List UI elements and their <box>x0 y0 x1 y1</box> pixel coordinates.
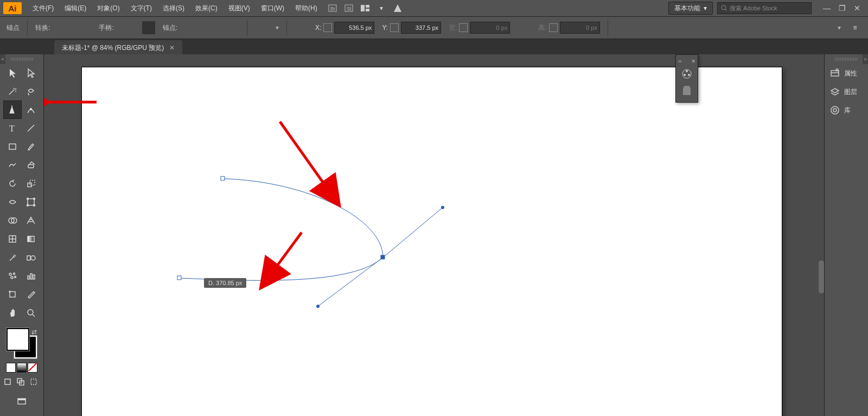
lasso-tool[interactable] <box>22 83 40 100</box>
convert-corner-icon[interactable] <box>58 21 71 34</box>
annotation-arrow-icon <box>277 119 353 218</box>
drawing-mode-inside-icon[interactable] <box>29 377 41 389</box>
fill-stroke-swatches[interactable]: ⇄ <box>7 328 37 358</box>
svg-point-55 <box>28 310 33 315</box>
svg-text:St: St <box>347 6 352 11</box>
slice-tool[interactable] <box>22 286 40 303</box>
gradient-tool[interactable] <box>22 230 40 248</box>
magic-wand-tool[interactable] <box>4 83 21 100</box>
eraser-tool[interactable] <box>22 156 40 174</box>
artboard[interactable]: D. 370.85 px <box>82 67 782 416</box>
right-panel-collapse-icon[interactable]: « <box>0 54 5 64</box>
menu-file[interactable]: 文件(F) <box>27 0 59 16</box>
zoom-tool[interactable] <box>22 304 40 322</box>
direct-selection-tool[interactable] <box>22 64 40 81</box>
drawing-mode-behind-icon[interactable] <box>16 377 28 389</box>
perspective-grid-tool[interactable] <box>22 212 40 229</box>
properties-panel-button[interactable]: 属性 <box>825 64 868 83</box>
link-wh-icon2[interactable] <box>549 23 558 32</box>
close-tab-icon[interactable]: ✕ <box>169 44 175 52</box>
annotation-arrow-icon <box>256 230 310 297</box>
menu-object[interactable]: 对象(O) <box>92 0 125 16</box>
x-coord: X: <box>315 22 374 34</box>
svg-point-76 <box>684 74 686 76</box>
layers-icon <box>830 87 840 97</box>
canvas-area[interactable]: D. 370.85 px ›› ✕ <box>44 54 824 416</box>
column-graph-tool[interactable] <box>22 267 40 285</box>
workspace-switcher[interactable]: 基本功能 ▾ <box>668 2 713 15</box>
artboard-tool[interactable] <box>4 286 21 303</box>
convert-smooth-icon[interactable] <box>78 21 91 34</box>
transform-ref-icon[interactable] <box>323 23 332 32</box>
arrange-dropdown-icon[interactable]: ▾ <box>375 2 388 15</box>
swap-fill-stroke-icon[interactable]: ⇄ <box>31 328 37 336</box>
remove-anchor-icon[interactable] <box>185 21 198 34</box>
line-tool[interactable] <box>22 119 40 137</box>
w-label: 宽: <box>449 23 457 33</box>
width-tool[interactable] <box>4 193 21 211</box>
toolbar-grip[interactable] <box>11 58 33 61</box>
panel-collapse-icon[interactable]: ›› <box>678 58 682 64</box>
color-panel-icon[interactable] <box>676 65 698 83</box>
rotate-tool[interactable] <box>4 175 21 192</box>
control-bar: 锚点 转换: 手柄: 锚点: ▾ X: Y: 宽: 高: ▾ ≡ <box>0 17 868 39</box>
close-button[interactable]: ✕ <box>850 2 865 14</box>
vertical-scrollbar[interactable] <box>819 261 824 293</box>
svg-rect-6 <box>366 9 369 11</box>
stock-icon[interactable]: St <box>342 2 355 15</box>
rectangle-tool[interactable] <box>4 138 21 155</box>
cut-path-icon[interactable] <box>226 21 239 34</box>
type-tool[interactable]: T <box>4 119 21 137</box>
properties-label: 属性 <box>844 69 857 78</box>
swatches-panel-icon[interactable] <box>676 83 698 100</box>
y-input[interactable] <box>401 22 441 34</box>
paintbrush-tool[interactable] <box>22 138 40 155</box>
x-input[interactable] <box>334 22 374 34</box>
isolate-icon[interactable] <box>255 21 268 34</box>
preferences-icon[interactable] <box>817 21 830 34</box>
connect-anchor-icon[interactable] <box>206 21 219 34</box>
fill-swatch[interactable] <box>7 328 29 351</box>
right-panel-grip[interactable] <box>835 58 857 61</box>
drawing-mode-normal-icon[interactable] <box>3 377 15 389</box>
svg-rect-62 <box>18 399 25 400</box>
svg-rect-29 <box>28 165 34 168</box>
symbol-sprayer-tool[interactable] <box>4 267 21 285</box>
document-tabbar: 未标题-1* @ 84% (RGB/GPU 预览) ✕ <box>0 39 868 56</box>
toolbar-collapse-icon[interactable]: « <box>863 54 868 64</box>
transform-ref-icon2[interactable] <box>390 23 399 32</box>
mesh-tool[interactable] <box>4 230 21 248</box>
layers-panel-button[interactable]: 图层 <box>825 83 868 101</box>
align-icon[interactable] <box>616 21 629 34</box>
libraries-panel-button[interactable]: 库 <box>825 101 868 119</box>
free-transform-tool[interactable] <box>22 193 40 211</box>
panel-menu-icon[interactable]: ≡ <box>848 21 861 34</box>
hand-tool[interactable] <box>4 304 21 322</box>
handle-show-icon[interactable] <box>122 21 135 34</box>
maximize-button[interactable]: ❐ <box>834 2 850 14</box>
screen-mode-icon[interactable] <box>13 393 30 411</box>
gradient-mode-icon[interactable] <box>17 363 27 373</box>
align-to-pixel-icon[interactable] <box>295 21 308 34</box>
panel-close-icon[interactable]: ✕ <box>691 58 695 64</box>
pen-tool[interactable] <box>4 101 21 118</box>
blend-tool[interactable] <box>22 249 40 266</box>
vector-path[interactable] <box>82 67 782 416</box>
none-mode-icon[interactable] <box>28 363 37 373</box>
floating-panel[interactable]: ›› ✕ <box>675 54 698 103</box>
shaper-tool[interactable] <box>4 156 21 174</box>
bridge-icon[interactable]: Br <box>326 2 339 15</box>
selection-tool[interactable] <box>4 64 21 81</box>
scale-tool[interactable] <box>22 175 40 192</box>
arrange-icon[interactable] <box>359 2 372 15</box>
document-tab[interactable]: 未标题-1* @ 84% (RGB/GPU 预览) ✕ <box>54 40 182 55</box>
gpu-icon[interactable] <box>391 2 404 15</box>
curvature-tool[interactable] <box>22 101 40 118</box>
link-wh-icon[interactable] <box>459 23 468 32</box>
search-input[interactable]: 搜索 Adobe Stock <box>717 2 812 14</box>
eyedropper-tool[interactable] <box>4 249 21 266</box>
shape-builder-tool[interactable] <box>4 212 21 229</box>
link-wh-toggle[interactable] <box>518 21 531 34</box>
color-mode-icon[interactable] <box>6 363 16 373</box>
handle-hide-icon[interactable] <box>142 21 155 34</box>
